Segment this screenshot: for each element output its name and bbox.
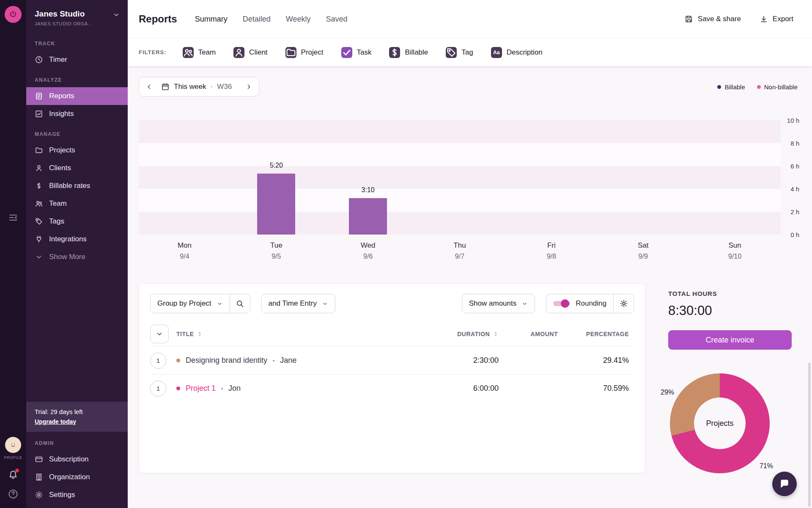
topbar-actions: Save & share Export	[685, 15, 793, 23]
tag-icon	[446, 47, 457, 58]
toggle-switch[interactable]	[553, 299, 570, 308]
folder-icon	[285, 47, 296, 58]
subgroup-select[interactable]: and Time Entry	[261, 294, 335, 313]
sidebar-section-label: ADMIN	[26, 432, 128, 450]
sidebar-item-settings[interactable]: Settings	[26, 486, 128, 504]
sidebar-item-subscription[interactable]: Subscription	[26, 450, 128, 468]
x-day-label: Tue	[230, 241, 322, 250]
sidebar-collapse-button[interactable]	[8, 213, 18, 223]
create-invoice-button[interactable]: Create invoice	[668, 330, 792, 350]
bar-value-label: 5:20	[270, 162, 283, 169]
sidebar-item-label: Billable rates	[49, 182, 90, 190]
search-icon	[236, 299, 244, 308]
filter-chip-description[interactable]: AaDescription	[491, 47, 543, 58]
sidebar-item-label: Organization	[49, 473, 90, 481]
filter-chip-task[interactable]: Task	[341, 47, 372, 58]
rounding-toggle[interactable]: Rounding	[546, 294, 613, 313]
sidebar-item-billable-rates[interactable]: Billable rates	[26, 177, 128, 195]
filter-chip-billable[interactable]: Billable	[389, 47, 428, 58]
chevron-left-icon	[146, 83, 153, 90]
expand-cell	[150, 325, 176, 343]
text-icon: Aa	[491, 47, 502, 58]
workspace-switcher[interactable]: Janes Studio JANES STUDIO ORGA...	[26, 0, 128, 32]
filter-chip-tag[interactable]: Tag	[446, 47, 473, 58]
tab-weekly[interactable]: Weekly	[286, 12, 311, 26]
sidebar-item-team[interactable]: Team	[26, 195, 128, 213]
avatar[interactable]	[5, 437, 21, 453]
sidebar-section-label: MANAGE	[26, 123, 128, 141]
non-billable-label: Non-billable	[764, 83, 798, 91]
donut-label-29: 29%	[661, 389, 674, 396]
show-amounts-label: Show amounts	[469, 299, 516, 308]
chart-plot-area: 5:203:10	[139, 120, 781, 235]
group-by-label: Group by Project	[157, 299, 211, 308]
tab-saved[interactable]: Saved	[326, 12, 347, 26]
non-billable-dot	[757, 85, 761, 89]
chevron-right-icon	[245, 83, 252, 90]
group-by-select[interactable]: Group by Project	[151, 294, 230, 313]
chat-button[interactable]	[772, 472, 797, 496]
app-logo-button[interactable]	[5, 6, 22, 23]
sidebar-item-clients[interactable]: Clients	[26, 159, 128, 177]
tab-summary[interactable]: Summary	[195, 12, 228, 26]
admin-section: ADMINSubscriptionOrganizationSettings	[26, 432, 128, 508]
download-icon	[760, 15, 768, 23]
scrollbar-thumb[interactable]	[808, 363, 811, 507]
filter-chip-label: Client	[249, 48, 267, 57]
notifications-button[interactable]	[8, 469, 18, 479]
next-week-button[interactable]	[239, 77, 259, 96]
chart-legend: Billable Non-billable	[717, 83, 798, 91]
search-button[interactable]	[230, 294, 250, 313]
face-icon	[7, 439, 19, 451]
row-title-cell: Designing brand identityJane	[176, 356, 418, 365]
x-day-label: Sun	[689, 241, 781, 250]
main-area: Reports SummaryDetailedWeeklySaved Save …	[128, 0, 812, 508]
duration-column-header[interactable]: DURATION	[418, 331, 499, 337]
group-count-badge[interactable]: 1	[150, 381, 166, 397]
expand-all-button[interactable]	[150, 325, 169, 343]
x-date-label: 9/4	[139, 253, 230, 260]
x-date-label: 9/6	[322, 253, 414, 260]
bar-wed[interactable]	[349, 198, 387, 235]
project-title[interactable]: Project 1	[186, 384, 216, 393]
sidebar-item-insights[interactable]: Insights	[26, 105, 128, 123]
calendar-icon	[161, 83, 170, 91]
rounding-settings-button[interactable]	[613, 294, 634, 313]
title-column-header[interactable]: TITLE	[176, 331, 418, 337]
rail-bottom: PROFILE	[4, 437, 22, 500]
sidebar-item-label: Show More	[49, 253, 85, 261]
sidebar: Janes Studio JANES STUDIO ORGA... TRACKT…	[26, 0, 128, 508]
percentage-cell: 70.59%	[603, 384, 634, 393]
chart-column-thu	[414, 120, 506, 235]
weekly-bar-chart: 5:203:10 10 h8 h6 h4 h2 h0 h	[139, 120, 812, 235]
sidebar-item-tags[interactable]: Tags	[26, 213, 128, 230]
check-icon	[341, 47, 352, 58]
date-range-button[interactable]: This week · W36	[159, 77, 239, 96]
tab-detailed[interactable]: Detailed	[243, 12, 271, 26]
sidebar-item-show-more[interactable]: Show More	[26, 248, 128, 266]
bar-tue[interactable]	[257, 174, 295, 235]
report-detail-card: Group by Project and Time Entry	[139, 283, 645, 473]
title-header-label: TITLE	[176, 331, 194, 337]
sidebar-item-projects[interactable]: Projects	[26, 141, 128, 159]
filter-chip-client[interactable]: Client	[233, 47, 267, 58]
sidebar-item-timer[interactable]: Timer	[26, 51, 128, 69]
projects-donut-chart[interactable]: Projects	[670, 373, 770, 473]
sidebar-item-organization[interactable]: Organization	[26, 468, 128, 486]
donut-label-71: 71%	[760, 462, 773, 470]
filter-chip-team[interactable]: Team	[183, 47, 216, 58]
sidebar-item-reports[interactable]: Reports	[26, 87, 128, 105]
group-count-badge[interactable]: 1	[150, 353, 166, 369]
project-title[interactable]: Designing brand identity	[186, 356, 267, 365]
show-amounts-select[interactable]: Show amounts	[462, 294, 535, 313]
export-button[interactable]: Export	[760, 15, 793, 23]
x-date-label: 9/9	[597, 253, 689, 260]
help-button[interactable]	[8, 489, 19, 500]
save-share-button[interactable]: Save & share	[685, 15, 741, 23]
sidebar-item-integrations[interactable]: Integrations	[26, 230, 128, 248]
insights-icon	[35, 110, 43, 118]
upgrade-link[interactable]: Upgrade today	[35, 418, 76, 425]
save-icon	[685, 15, 693, 23]
prev-week-button[interactable]	[139, 77, 159, 96]
filter-chip-project[interactable]: Project	[285, 47, 324, 58]
